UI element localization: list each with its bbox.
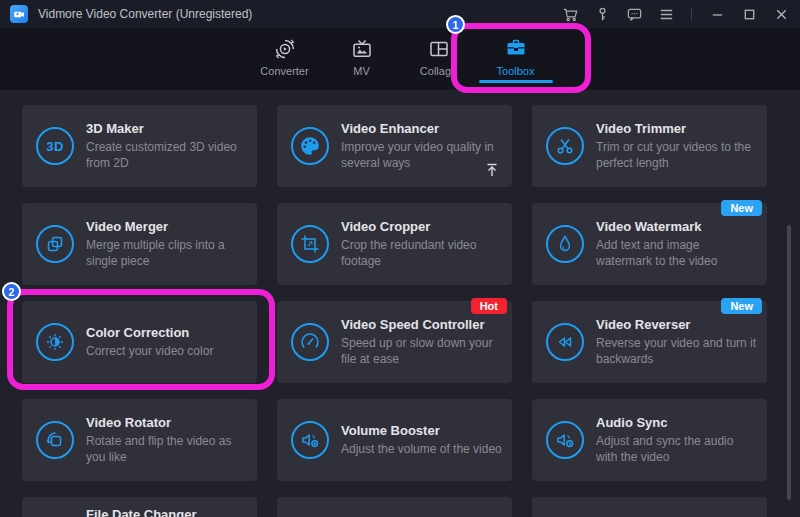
tool-title: Video Cropper [341, 219, 502, 234]
minimize-icon[interactable] [708, 5, 726, 23]
tool-desc: Create customized 3D video from 2D [86, 139, 247, 171]
color-correction-icon [36, 323, 74, 361]
tool-card-3d-maker[interactable]: 3D 3D Maker Create customized 3D video f… [22, 105, 257, 187]
tool-card-video-speed-controller[interactable]: Video Speed Controller Speed up or slow … [277, 301, 512, 383]
volume-plus-icon [291, 421, 329, 459]
close-icon[interactable] [772, 5, 790, 23]
converter-icon [274, 37, 296, 61]
droplet-icon [546, 225, 584, 263]
tool-desc: Adjust and sync the audio with the video [596, 433, 757, 465]
tool-title: Video Watermark [596, 219, 757, 234]
tool-desc: Add text and image watermark to the vide… [596, 237, 757, 269]
speedometer-icon [291, 323, 329, 361]
tab-mv-label: MV [353, 65, 370, 77]
new-badge: New [721, 200, 762, 216]
vertical-scrollbar[interactable] [787, 225, 791, 500]
3d-maker-icon: 3D [36, 127, 74, 165]
active-tab-underline [479, 80, 553, 83]
tool-card-video-cropper[interactable]: Video Cropper Crop the redundant video f… [277, 203, 512, 285]
tool-card-partial[interactable] [532, 497, 767, 517]
tool-desc: Improve your video quality in several wa… [341, 139, 502, 171]
tool-title: Video Enhancer [341, 121, 502, 136]
tool-title: 3D Maker [86, 121, 247, 136]
rewind-icon [546, 323, 584, 361]
tab-collage-label: Collage [420, 65, 457, 77]
cart-icon[interactable] [561, 5, 579, 23]
scissors-icon [546, 127, 584, 165]
tool-title: Video Speed Controller [341, 317, 502, 332]
hot-badge: Hot [471, 298, 507, 314]
feedback-icon[interactable] [625, 5, 643, 23]
tool-desc: Trim or cut your videos to the perfect l… [596, 139, 757, 171]
tool-card-partial[interactable] [277, 497, 512, 517]
toolbox-panel: 3D 3D Maker Create customized 3D video f… [0, 90, 800, 517]
mv-icon [351, 37, 373, 61]
crop-icon [291, 225, 329, 263]
tool-card-video-merger[interactable]: Video Merger Merge multiple clips into a… [22, 203, 257, 285]
main-nav: Converter MV Collage Toolbox [0, 28, 800, 90]
tool-title: Video Merger [86, 219, 247, 234]
menu-icon[interactable] [657, 5, 675, 23]
tool-title: Video Trimmer [596, 121, 757, 136]
tool-card-video-reverser[interactable]: Video Reverser Reverse your video and tu… [532, 301, 767, 383]
tool-title: Volume Booster [341, 423, 502, 438]
tool-title: Audio Sync [596, 415, 757, 430]
window-title: Vidmore Video Converter (Unregistered) [38, 7, 561, 21]
tool-desc: Merge multiple clips into a single piece [86, 237, 247, 269]
rotate-icon [36, 421, 74, 459]
new-badge: New [721, 298, 762, 314]
tool-card-volume-booster[interactable]: Volume Booster Adjust the volume of the … [277, 399, 512, 481]
tool-card-video-trimmer[interactable]: Video Trimmer Trim or cut your videos to… [532, 105, 767, 187]
app-logo-icon [10, 5, 28, 23]
collage-icon [428, 37, 450, 61]
maximize-icon[interactable] [740, 5, 758, 23]
titlebar-separator [691, 7, 692, 21]
toolbox-icon [504, 37, 528, 61]
tab-converter[interactable]: Converter [246, 28, 323, 90]
tab-toolbox-label: Toolbox [497, 65, 535, 77]
tool-desc: Adjust the volume of the video [341, 441, 502, 457]
tool-title: Video Reverser [596, 317, 757, 332]
tool-card-video-enhancer[interactable]: Video Enhancer Improve your video qualit… [277, 105, 512, 187]
audio-sync-icon [546, 421, 584, 459]
tool-desc: Correct your video color [86, 343, 247, 359]
tool-card-video-watermark[interactable]: Video Watermark Add text and image water… [532, 203, 767, 285]
tool-card-file-date-changer[interactable]: File Date Changer [22, 497, 257, 517]
key-icon[interactable] [593, 5, 611, 23]
tool-title: Color Correction [86, 325, 247, 340]
tool-card-audio-sync[interactable]: Audio Sync Adjust and sync the audio wit… [532, 399, 767, 481]
tool-card-video-rotator[interactable]: Video Rotator Rotate and flip the video … [22, 399, 257, 481]
tool-desc: Rotate and flip the video as you like [86, 433, 247, 465]
tool-title: Video Rotator [86, 415, 247, 430]
scroll-top-icon[interactable] [484, 162, 500, 182]
tool-desc: Reverse your video and turn it backwards [596, 335, 757, 367]
tool-desc: Crop the redundant video footage [341, 237, 502, 269]
palette-icon [291, 127, 329, 165]
tool-card-color-correction[interactable]: Color Correction Correct your video colo… [22, 301, 257, 383]
tab-mv[interactable]: MV [323, 28, 400, 90]
tool-grid: 3D 3D Maker Create customized 3D video f… [0, 90, 800, 517]
title-bar: Vidmore Video Converter (Unregistered) [0, 0, 800, 28]
tab-collage[interactable]: Collage [400, 28, 477, 90]
merge-icon [36, 225, 74, 263]
tool-title: File Date Changer [86, 507, 247, 517]
tool-desc: Speed up or slow down your file at ease [341, 335, 502, 367]
tab-toolbox[interactable]: Toolbox [477, 28, 554, 90]
tab-converter-label: Converter [260, 65, 308, 77]
